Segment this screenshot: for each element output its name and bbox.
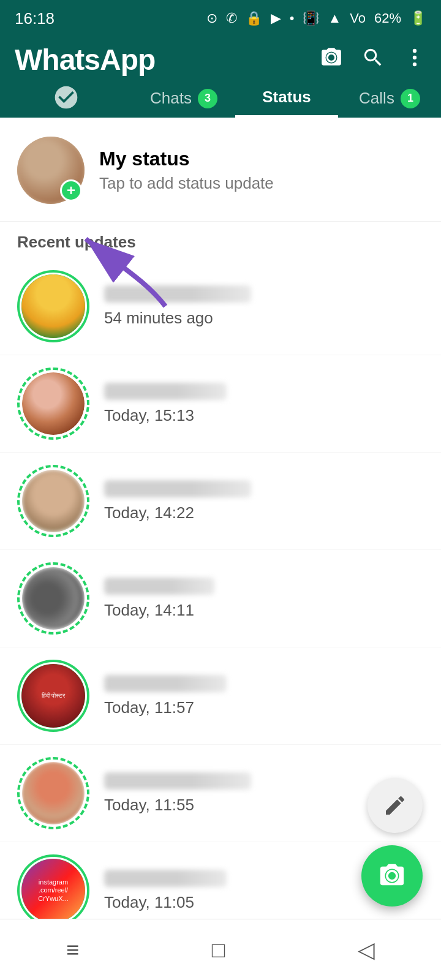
status-name-blur-2 [104, 383, 227, 400]
tab-status[interactable]: Status [235, 77, 338, 118]
vibrate-icon: 📳 [303, 10, 319, 26]
status-time-4: Today, 14:11 [104, 601, 424, 620]
app-title: WhatsApp [15, 43, 155, 77]
status-name-blur-3 [104, 480, 251, 497]
recent-updates-label: Recent updates [0, 222, 441, 258]
lock-icon: 🔒 [246, 10, 262, 26]
status-ring-5: हिंदी पोस्टर [17, 660, 89, 732]
status-time-1: 54 minutes ago [104, 309, 424, 328]
status-info-3: Today, 14:22 [104, 480, 424, 522]
tab-community[interactable] [0, 84, 132, 111]
status-time-5: Today, 11:57 [104, 698, 424, 717]
svg-point-2 [413, 62, 417, 66]
status-name-blur-6 [104, 772, 251, 790]
signal-icon: Vo [350, 10, 366, 26]
chats-badge: 3 [198, 89, 217, 108]
status-name-blur-5 [104, 675, 227, 692]
status-info-4: Today, 14:11 [104, 578, 424, 620]
bottom-nav-home-icon[interactable]: □ [212, 937, 225, 963]
tab-bar: Chats 3 Status Calls 1 [0, 77, 441, 119]
status-ring-4 [17, 562, 89, 635]
status-item-5[interactable]: हिंदी पोस्टर Today, 11:57 [0, 647, 441, 745]
more-options-icon[interactable] [403, 46, 426, 74]
camera-fab-button[interactable] [361, 845, 423, 907]
tab-chats-label: Chats [150, 89, 192, 108]
status-ring-7: instagram.com/reel/CrYwuX... [17, 854, 89, 927]
status-name-blur-7 [104, 870, 227, 887]
add-status-button[interactable]: + [60, 179, 82, 202]
bottom-nav-menu-icon[interactable]: ≡ [66, 937, 79, 963]
status-item-4[interactable]: Today, 14:11 [0, 550, 441, 647]
battery-text: 62% [374, 10, 401, 26]
status-item-2[interactable]: Today, 15:13 [0, 355, 441, 453]
status-name-blur-4 [104, 578, 214, 595]
bottom-nav: ≡ □ ◁ [0, 919, 441, 980]
status-bar-icons: ⊙ ✆ 🔒 ▶ • 📳 ▲ Vo 62% 🔋 [206, 10, 426, 26]
status-time-2: Today, 15:13 [104, 406, 424, 425]
header-icons [320, 46, 426, 74]
bottom-nav-back-icon[interactable]: ◁ [358, 937, 375, 963]
phone-icon: ✆ [226, 10, 237, 26]
status-ring-6 [17, 757, 89, 829]
tab-chats[interactable]: Chats 3 [132, 78, 235, 117]
calls-badge: 1 [401, 89, 420, 108]
my-status-subtitle: Tap to add status update [99, 174, 274, 193]
pencil-fab-button[interactable] [368, 778, 423, 833]
status-info-2: Today, 15:13 [104, 383, 424, 425]
camera-header-icon[interactable] [320, 46, 343, 74]
fab-container [361, 778, 423, 907]
status-ring-1 [17, 270, 89, 342]
tab-calls-label: Calls [359, 89, 394, 108]
svg-point-0 [413, 48, 417, 52]
tab-calls[interactable]: Calls 1 [338, 78, 441, 117]
dot-icon: • [290, 10, 295, 26]
status-info-1: 54 minutes ago [104, 285, 424, 328]
status-time-3: Today, 14:22 [104, 503, 424, 522]
tab-status-label: Status [262, 88, 311, 107]
app-header: WhatsApp [0, 37, 441, 77]
status-item-3[interactable]: Today, 14:22 [0, 453, 441, 550]
my-status-info: My status Tap to add status update [99, 148, 274, 193]
my-status-avatar: + [17, 137, 85, 204]
status-ring-3 [17, 465, 89, 537]
my-status-title: My status [99, 148, 274, 170]
youtube-icon: ▶ [271, 10, 281, 26]
whatsapp-status-icon: ⊙ [206, 10, 217, 26]
status-bar: 16:18 ⊙ ✆ 🔒 ▶ • 📳 ▲ Vo 62% 🔋 [0, 0, 441, 37]
search-header-icon[interactable] [361, 46, 385, 74]
status-name-blur-1 [104, 285, 251, 303]
my-status-row[interactable]: + My status Tap to add status update [0, 119, 441, 222]
svg-point-1 [413, 55, 417, 59]
status-item-1[interactable]: 54 minutes ago [0, 258, 441, 355]
status-info-5: Today, 11:57 [104, 675, 424, 717]
battery-icon: 🔋 [410, 10, 426, 26]
status-time: 16:18 [15, 9, 55, 28]
wifi-icon: ▲ [328, 10, 341, 26]
status-ring-2 [17, 368, 89, 440]
